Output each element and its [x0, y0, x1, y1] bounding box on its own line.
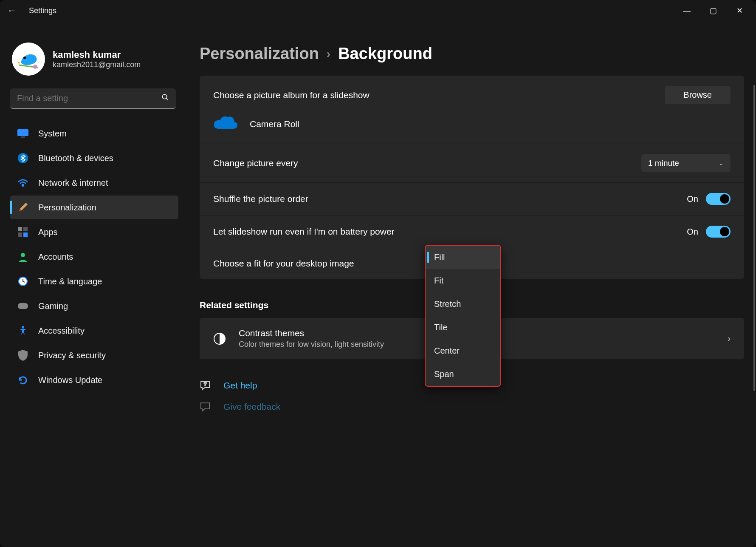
sidebar-item-apps[interactable]: Apps — [10, 220, 178, 244]
fit-option-span[interactable]: Span — [426, 363, 500, 386]
back-button[interactable]: ← — [3, 5, 20, 16]
change-every-row: Change picture every 1 minute ⌄ — [200, 144, 744, 183]
sidebar-item-system[interactable]: System — [10, 122, 178, 145]
svg-rect-12 — [23, 232, 28, 237]
svg-point-2 — [33, 65, 37, 69]
body: kamlesh kumar kamlesh2011@gmail.com Syst… — [0, 21, 756, 547]
fit-option-tile[interactable]: Tile — [426, 316, 500, 339]
person-icon — [17, 251, 29, 263]
contrast-icon — [213, 332, 239, 345]
svg-rect-16 — [18, 303, 28, 309]
svg-rect-11 — [18, 232, 22, 237]
sidebar-item-label: Accounts — [38, 252, 73, 262]
search-icon — [155, 94, 176, 103]
sidebar-item-label: Network & internet — [38, 178, 108, 188]
shuffle-toggle[interactable] — [706, 193, 731, 205]
get-help-label: Get help — [223, 380, 257, 391]
change-every-label: Change picture every — [213, 158, 641, 168]
shuffle-label: Shuffle the picture order — [213, 194, 687, 204]
fit-dropdown-menu[interactable]: Fill Fit Stretch Tile Center Span — [425, 245, 501, 387]
titlebar: ← Settings — ▢ ✕ — [0, 0, 756, 21]
sidebar-item-bluetooth[interactable]: Bluetooth & devices — [10, 146, 178, 170]
sidebar-item-label: Accessibility — [38, 326, 85, 336]
sidebar-item-gaming[interactable]: Gaming — [10, 294, 178, 318]
chevron-right-icon: › — [728, 334, 731, 343]
onedrive-icon — [213, 114, 238, 133]
sidebar-item-label: Privacy & security — [38, 351, 106, 360]
sidebar: kamlesh kumar kamlesh2011@gmail.com Syst… — [0, 21, 183, 547]
dropdown-value: 1 minute — [648, 159, 679, 168]
battery-row: Let slideshow run even if I'm on battery… — [200, 215, 744, 248]
sidebar-item-personalization[interactable]: Personalization — [10, 196, 178, 219]
fit-option-fit[interactable]: Fit — [426, 269, 500, 292]
scrollbar[interactable] — [753, 85, 755, 391]
help-icon: ? — [200, 380, 212, 391]
svg-point-17 — [22, 326, 24, 329]
svg-rect-10 — [23, 227, 28, 231]
display-icon — [17, 128, 29, 139]
browse-button[interactable]: Browse — [665, 86, 731, 104]
sidebar-item-label: Windows Update — [38, 375, 102, 385]
fit-option-stretch[interactable]: Stretch — [426, 292, 500, 316]
close-button[interactable]: ✕ — [726, 1, 753, 20]
change-every-dropdown[interactable]: 1 minute ⌄ — [641, 154, 731, 172]
shuffle-state: On — [687, 194, 698, 204]
sidebar-item-accessibility[interactable]: Accessibility — [10, 319, 178, 343]
album-name: Camera Roll — [250, 119, 299, 129]
sidebar-item-update[interactable]: Windows Update — [10, 368, 178, 392]
minimize-button[interactable]: — — [674, 1, 700, 20]
sidebar-item-label: Apps — [38, 227, 58, 237]
svg-rect-9 — [18, 227, 22, 231]
battery-state: On — [687, 227, 698, 237]
sidebar-item-network[interactable]: Network & internet — [10, 171, 178, 195]
battery-toggle[interactable] — [706, 226, 731, 238]
svg-point-8 — [22, 184, 24, 186]
maximize-button[interactable]: ▢ — [700, 1, 726, 20]
paintbrush-icon — [17, 201, 29, 213]
clock-icon — [17, 275, 29, 287]
fit-option-center[interactable]: Center — [426, 339, 500, 363]
gamepad-icon — [17, 300, 29, 312]
window-caption-buttons: — ▢ ✕ — [674, 1, 753, 20]
choose-album-row: Choose a picture album for a slideshow B… — [200, 76, 744, 144]
app-title: Settings — [29, 6, 56, 15]
sidebar-item-time[interactable]: Time & language — [10, 269, 178, 293]
help-links: ? Get help Give feedback — [200, 380, 744, 429]
svg-point-13 — [21, 253, 25, 257]
give-feedback-label: Give feedback — [223, 402, 280, 412]
search-input[interactable] — [10, 94, 155, 103]
give-feedback-link[interactable]: Give feedback — [200, 401, 744, 412]
battery-label: Let slideshow run even if I'm on battery… — [213, 227, 434, 237]
settings-window: ← Settings — ▢ ✕ — [0, 0, 756, 547]
svg-point-3 — [162, 94, 167, 99]
user-email: kamlesh2011@gmail.com — [53, 60, 141, 69]
sidebar-item-label: System — [38, 129, 67, 139]
nav-list: System Bluetooth & devices Network & int… — [10, 122, 178, 392]
shuffle-row: Shuffle the picture order On — [200, 183, 744, 215]
search-box[interactable] — [10, 88, 176, 109]
chevron-right-icon: › — [327, 47, 330, 61]
update-icon — [17, 374, 29, 386]
svg-text:?: ? — [204, 381, 207, 387]
avatar — [12, 43, 45, 76]
user-name: kamlesh kumar — [53, 49, 141, 60]
breadcrumb-parent[interactable]: Personalization — [200, 45, 319, 63]
bluetooth-icon — [17, 152, 29, 164]
svg-rect-6 — [21, 136, 25, 138]
sidebar-item-label: Personalization — [38, 203, 96, 213]
svg-line-4 — [166, 98, 168, 100]
sidebar-item-privacy[interactable]: Privacy & security — [10, 343, 178, 367]
album-item[interactable]: Camera Roll — [213, 114, 731, 133]
wifi-icon — [17, 177, 29, 189]
sidebar-item-label: Bluetooth & devices — [38, 153, 113, 163]
chevron-down-icon: ⌄ — [719, 160, 724, 167]
profile-text: kamlesh kumar kamlesh2011@gmail.com — [53, 49, 141, 69]
accessibility-icon — [17, 325, 29, 337]
shield-icon — [17, 349, 29, 361]
sidebar-item-accounts[interactable]: Accounts — [10, 245, 178, 269]
fit-option-fill[interactable]: Fill — [426, 246, 500, 269]
profile[interactable]: kamlesh kumar kamlesh2011@gmail.com — [12, 43, 178, 76]
page-title: Background — [338, 45, 432, 63]
sidebar-item-label: Gaming — [38, 301, 68, 311]
breadcrumb: Personalization › Background — [200, 45, 748, 63]
